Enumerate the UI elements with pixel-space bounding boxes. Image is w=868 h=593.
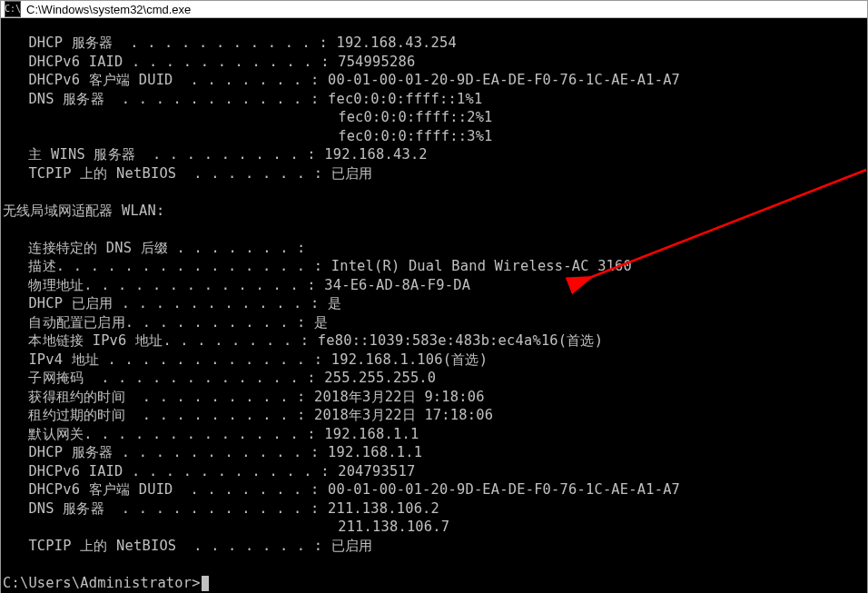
cursor: [202, 576, 209, 591]
titlebar[interactable]: C:\ C:\Windows\system32\cmd.exe: [1, 1, 867, 18]
terminal-area[interactable]: DHCP 服务器 . . . . . . . . . . . : 192.168…: [1, 18, 867, 593]
terminal-output: DHCP 服务器 . . . . . . . . . . . : 192.168…: [3, 34, 865, 592]
window-title: C:\Windows\system32\cmd.exe: [26, 3, 191, 16]
cmd-window: C:\ C:\Windows\system32\cmd.exe DHCP 服务器…: [0, 0, 868, 593]
cmd-icon: C:\: [5, 1, 21, 17]
